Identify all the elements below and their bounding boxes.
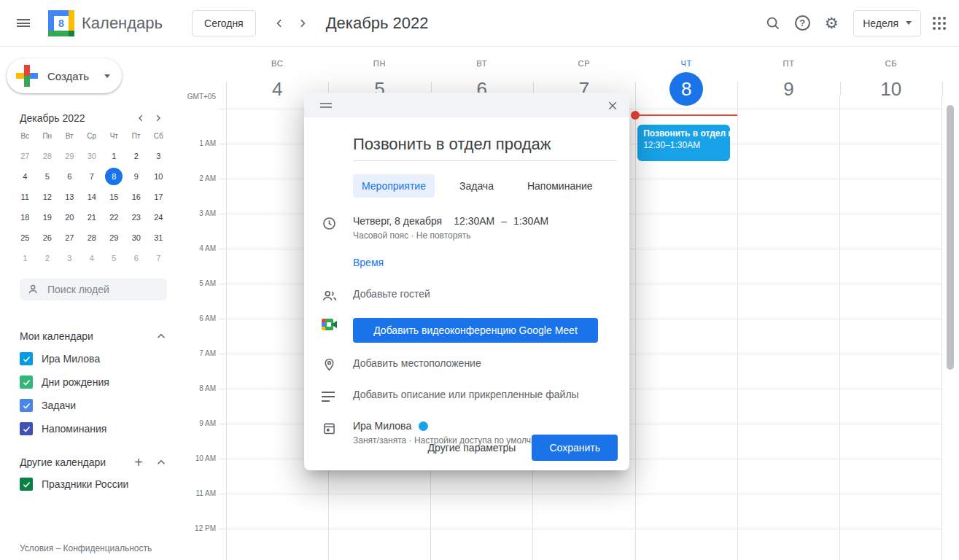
hamburger-menu-icon[interactable]: [9, 9, 38, 38]
mini-cal-date[interactable]: 9: [128, 168, 145, 185]
view-selector-dropdown[interactable]: Неделя: [853, 10, 921, 36]
mini-cal-date[interactable]: 27: [61, 229, 78, 246]
current-time-line: [635, 114, 737, 116]
mini-cal-date[interactable]: 25: [16, 229, 34, 246]
mini-cal-date[interactable]: 20: [61, 209, 78, 226]
mini-cal-date[interactable]: 26: [39, 229, 56, 246]
mini-cal-date[interactable]: 13: [61, 188, 78, 206]
mini-cal-date[interactable]: 30: [83, 147, 101, 165]
mini-cal-prev-icon[interactable]: [132, 109, 150, 127]
add-location-field[interactable]: Добавить местоположение: [353, 357, 481, 369]
calendar-checkbox[interactable]: [20, 422, 33, 435]
mini-cal-date[interactable]: 22: [105, 209, 123, 226]
mini-cal-date[interactable]: 11: [16, 188, 34, 206]
calendar-checkbox[interactable]: [20, 399, 33, 412]
vertical-scrollbar[interactable]: [947, 105, 954, 370]
mini-cal-date[interactable]: 2: [128, 147, 145, 165]
prev-week-icon[interactable]: [268, 12, 291, 35]
calendar-checkbox[interactable]: [20, 352, 33, 365]
mini-cal-next-icon[interactable]: [150, 109, 167, 127]
mini-cal-date[interactable]: 27: [16, 147, 34, 165]
day-column[interactable]: [839, 96, 942, 560]
search-people-input[interactable]: Поиск людей: [20, 279, 167, 300]
mini-cal-date[interactable]: 4: [16, 168, 34, 185]
mini-cal-date[interactable]: 28: [39, 147, 56, 165]
mini-cal-date[interactable]: 19: [39, 209, 56, 226]
add-guests-field[interactable]: Добавьте гостей: [353, 288, 430, 300]
mini-cal-date[interactable]: 5: [39, 168, 56, 185]
dialog-tab-inactive[interactable]: Напоминание: [519, 174, 602, 198]
mini-cal-date[interactable]: 24: [150, 209, 167, 226]
mini-cal-date[interactable]: 28: [83, 229, 101, 246]
mini-cal-date[interactable]: 10: [150, 168, 167, 185]
add-description-field[interactable]: Добавить описание или прикрепленные файл…: [353, 389, 579, 400]
event-end-time[interactable]: 1:30AM: [513, 215, 548, 227]
dialog-tab-active[interactable]: Мероприятие: [353, 174, 435, 198]
mini-cal-date[interactable]: 3: [150, 147, 167, 165]
chevron-up-icon[interactable]: [155, 456, 168, 469]
mini-cal-date[interactable]: 29: [105, 229, 123, 246]
search-icon[interactable]: [758, 9, 788, 38]
help-icon[interactable]: ?: [788, 9, 817, 38]
dialog-tab-inactive[interactable]: Задача: [451, 174, 502, 198]
mini-cal-date[interactable]: 31: [150, 229, 167, 246]
add-meet-button[interactable]: Добавить видеоконференцию Google Meet: [353, 318, 598, 343]
other-calendars-header[interactable]: Другие календари +: [20, 455, 168, 470]
mini-cal-date[interactable]: 21: [83, 209, 101, 226]
multicolor-plus-icon: [16, 65, 38, 87]
mini-cal-date[interactable]: 3: [61, 249, 78, 267]
mini-cal-date[interactable]: 7: [150, 249, 167, 267]
calendar-checkbox[interactable]: [20, 478, 33, 491]
my-calendar-item[interactable]: Задачи: [20, 394, 179, 417]
mini-cal-date[interactable]: 1: [16, 249, 34, 267]
close-icon[interactable]: [603, 96, 622, 115]
my-calendar-item[interactable]: Напоминания: [20, 417, 179, 440]
chevron-up-icon[interactable]: [155, 330, 168, 343]
column-separator: [840, 82, 841, 96]
event-start-time[interactable]: 12:30AM: [454, 215, 494, 227]
time-link[interactable]: Время: [353, 257, 384, 268]
save-button[interactable]: Сохранить: [532, 435, 618, 461]
drag-handle-icon[interactable]: [320, 103, 332, 110]
mini-cal-date[interactable]: 5: [105, 249, 123, 267]
today-button[interactable]: Сегодня: [192, 10, 256, 36]
mini-cal-date[interactable]: 30: [128, 229, 145, 246]
calendar-color-dot[interactable]: [419, 421, 428, 431]
other-calendar-item[interactable]: Праздники России: [20, 472, 179, 496]
settings-gear-icon[interactable]: ⚙: [817, 9, 846, 38]
mini-cal-date[interactable]: 4: [83, 249, 101, 267]
day-column[interactable]: [737, 96, 839, 560]
mini-cal-date[interactable]: 16: [128, 188, 145, 206]
more-options-button[interactable]: Другие параметры: [418, 436, 527, 459]
terms-privacy-links[interactable]: Условия – Конфиденциальность: [20, 543, 152, 553]
add-calendar-icon[interactable]: +: [134, 455, 143, 470]
event-date[interactable]: Четверг, 8 декабря: [353, 215, 442, 227]
dialog-drag-bar[interactable]: [304, 93, 629, 117]
create-button[interactable]: Создать: [7, 58, 122, 93]
mini-cal-date[interactable]: 14: [83, 188, 101, 206]
hour-label: 2 AM: [187, 174, 216, 182]
column-separator: [942, 82, 943, 96]
mini-cal-date[interactable]: 17: [150, 188, 167, 206]
mini-cal-date[interactable]: 18: [16, 209, 34, 226]
google-apps-icon[interactable]: [933, 17, 946, 30]
mini-cal-date[interactable]: 6: [128, 249, 145, 267]
event-title-input[interactable]: Позвонить в отдел продаж: [353, 135, 617, 161]
mini-cal-date[interactable]: 7: [83, 168, 101, 185]
event-chip[interactable]: Позвонить в отдел п 12:30–1:30AM: [637, 125, 730, 161]
my-calendars-header[interactable]: Мои календари: [20, 330, 168, 343]
mini-cal-date[interactable]: 29: [61, 147, 78, 165]
owner-calendar-name[interactable]: Ира Милова: [353, 420, 411, 432]
mini-cal-date[interactable]: 6: [61, 168, 78, 185]
mini-cal-date[interactable]: 1: [105, 147, 123, 165]
mini-cal-date[interactable]: 12: [39, 188, 56, 206]
next-week-icon[interactable]: [291, 12, 314, 35]
mini-cal-date[interactable]: 23: [128, 209, 145, 226]
my-calendar-item[interactable]: Ира Милова: [20, 347, 179, 370]
mini-cal-weekday: Сб: [154, 132, 163, 140]
calendar-checkbox[interactable]: [20, 376, 33, 389]
mini-cal-date[interactable]: 15: [105, 188, 123, 206]
my-calendar-item[interactable]: Дни рождения: [20, 370, 179, 394]
mini-cal-date[interactable]: 2: [39, 249, 56, 267]
mini-cal-date-selected[interactable]: 8: [105, 168, 123, 185]
